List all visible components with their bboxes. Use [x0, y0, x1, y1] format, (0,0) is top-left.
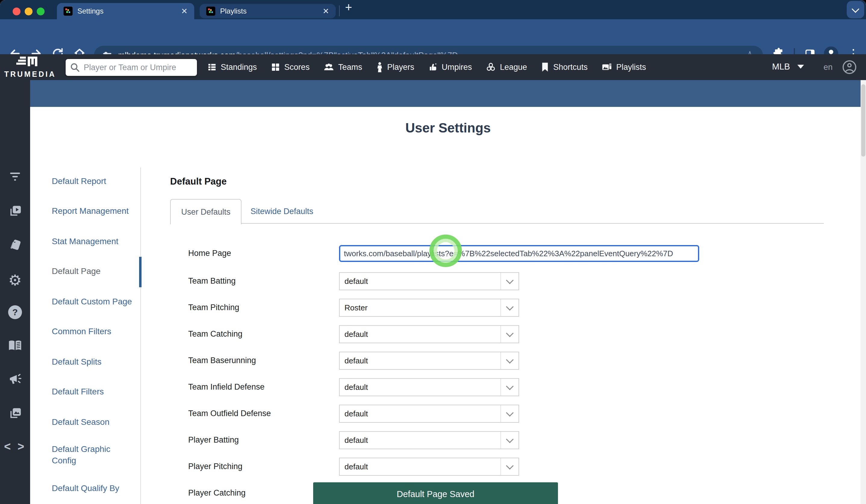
menu-default-season[interactable]: Default Season — [52, 416, 136, 428]
tab-title: Settings — [77, 7, 103, 15]
field-label-player-catching: Player Catching — [188, 488, 246, 498]
team-pitching-select[interactable]: Roster — [339, 299, 519, 317]
teams-icon — [323, 62, 334, 72]
site-favicon — [206, 7, 215, 16]
tab-sitewide-defaults[interactable]: Sitewide Defaults — [251, 199, 313, 224]
field-label-team-baserunning: Team Baserunning — [188, 356, 256, 365]
tab-search-button[interactable] — [847, 1, 864, 18]
new-tab-button[interactable]: + — [345, 1, 352, 14]
media-gallery-icon[interactable] — [0, 406, 30, 420]
chevron-down-icon — [500, 326, 519, 343]
close-tab-icon[interactable]: ✕ — [322, 7, 329, 16]
zoom-window-button[interactable] — [37, 8, 45, 15]
player-batting-select[interactable]: default — [339, 431, 519, 449]
field-label-team-catching: Team Catching — [188, 329, 242, 339]
players-icon — [376, 62, 383, 72]
tab-playlists[interactable]: Playlists ✕ — [200, 4, 336, 18]
nav-shortcuts[interactable]: Shortcuts — [541, 62, 587, 72]
nav-standings[interactable]: Standings — [207, 62, 257, 72]
page-title: User Settings — [358, 121, 539, 135]
settings-gear-icon[interactable]: ⚙ — [0, 271, 30, 289]
chevron-down-icon — [500, 352, 519, 369]
filter-icon[interactable] — [0, 170, 30, 182]
settings-menu-divider — [140, 167, 141, 504]
team-batting-select[interactable]: default — [339, 272, 519, 290]
team-infield-defense-select[interactable]: default — [339, 378, 519, 396]
panel-heading: Default Page — [170, 176, 227, 187]
embed-code-icon[interactable]: < > — [0, 440, 30, 453]
menu-default-splits[interactable]: Default Splits — [52, 356, 136, 368]
chevron-down-icon — [797, 65, 804, 69]
close-tab-icon[interactable]: ✕ — [181, 7, 188, 16]
chevron-down-icon — [500, 379, 519, 396]
nav-teams[interactable]: Teams — [323, 62, 362, 72]
player-pitching-select[interactable]: default — [339, 458, 519, 476]
tab-title: Playlists — [220, 7, 247, 15]
field-label-team-batting: Team Batting — [188, 276, 236, 286]
team-catching-select[interactable]: default — [339, 325, 519, 343]
nav-scores[interactable]: Scores — [271, 62, 310, 72]
glossary-book-icon[interactable] — [0, 339, 30, 352]
global-search[interactable] — [65, 58, 198, 77]
menu-default-report[interactable]: Default Report — [52, 176, 136, 187]
menu-default-custom-page[interactable]: Default Custom Page — [52, 296, 136, 307]
page-header-band — [30, 80, 866, 107]
field-label-team-infield-defense: Team Infield Defense — [188, 382, 265, 392]
team-baserunning-select[interactable]: default — [339, 352, 519, 370]
minimize-window-button[interactable] — [25, 8, 33, 15]
menu-stat-management[interactable]: Stat Management — [52, 236, 136, 247]
playlists-icon — [601, 62, 612, 72]
field-label-player-batting: Player Batting — [188, 435, 239, 445]
menu-default-page[interactable]: Default Page — [52, 266, 136, 277]
click-indicator — [429, 235, 462, 267]
swatches-icon[interactable] — [0, 238, 30, 252]
page-scrollbar-thumb[interactable] — [861, 84, 865, 157]
field-label-team-pitching: Team Pitching — [188, 303, 240, 312]
menu-default-qualify-by[interactable]: Default Qualify By — [52, 483, 136, 494]
tab-settings[interactable]: Settings ✕ — [57, 3, 194, 19]
browser-window: Settings ✕ Playlists ✕ + — [0, 0, 866, 504]
standings-icon — [207, 62, 217, 72]
field-label-home-page: Home Page — [188, 249, 231, 258]
team-outfield-defense-select[interactable]: default — [339, 405, 519, 423]
nav-league[interactable]: League — [486, 62, 527, 72]
home-page-input[interactable] — [340, 246, 698, 261]
tool-sidebar: ⚙ ? < > — [0, 80, 30, 504]
search-input[interactable] — [83, 63, 190, 72]
site-favicon — [64, 7, 73, 16]
tab-divider — [339, 5, 340, 16]
umpires-icon — [428, 62, 438, 72]
close-window-button[interactable] — [13, 8, 21, 15]
chevron-down-icon — [500, 458, 519, 475]
menu-report-management[interactable]: Report Management — [52, 205, 136, 217]
nav-items: Standings Scores Teams Players Umpires L… — [207, 54, 646, 80]
toast-notification: Default Page Saved — [313, 482, 558, 504]
league-selector[interactable]: MLB — [772, 62, 804, 72]
tab-strip: Settings ✕ Playlists ✕ + — [0, 0, 866, 19]
help-icon[interactable]: ? — [0, 305, 30, 319]
active-menu-indicator — [139, 257, 142, 287]
nav-playlists[interactable]: Playlists — [601, 62, 646, 72]
field-label-team-outfield-defense: Team Outfield Defense — [188, 409, 271, 418]
announcements-megaphone-icon[interactable] — [0, 373, 30, 385]
trumedia-brand[interactable]: TRUMEDIA — [0, 70, 60, 79]
tab-user-defaults[interactable]: User Defaults — [170, 199, 242, 224]
video-playlists-icon[interactable] — [0, 204, 30, 218]
site-nav: TRUMEDIA Standings Scores Teams Play — [0, 54, 866, 80]
chevron-down-icon — [500, 432, 519, 449]
browser-toolbar: mlbdemo.trumedianetworks.com/baseball/se… — [0, 19, 866, 55]
shortcuts-icon — [541, 62, 549, 72]
nav-players[interactable]: Players — [376, 62, 414, 72]
menu-common-filters[interactable]: Common Filters — [52, 326, 136, 337]
menu-default-filters[interactable]: Default Filters — [52, 386, 136, 397]
chevron-down-icon — [500, 299, 519, 316]
account-icon[interactable] — [842, 60, 857, 75]
menu-default-graphic-config[interactable]: Default Graphic Config — [52, 444, 124, 466]
language-toggle[interactable]: en — [823, 63, 833, 72]
league-icon — [486, 62, 496, 72]
chevron-down-icon — [500, 273, 519, 290]
chevron-down-icon — [500, 405, 519, 422]
trumedia-logo-icon[interactable] — [15, 56, 45, 70]
field-label-player-pitching: Player Pitching — [188, 462, 242, 471]
nav-umpires[interactable]: Umpires — [428, 62, 472, 72]
